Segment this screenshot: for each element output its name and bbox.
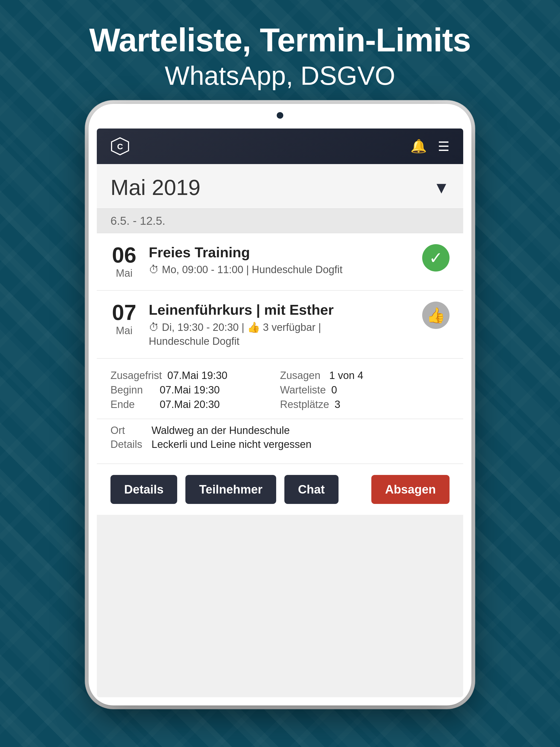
event-location-2: Hundeschule Dogfit (149, 335, 411, 347)
action-buttons-bar: Details Teilnehmer Chat Absagen (97, 464, 463, 515)
header-icons: 🔔 ☰ (410, 138, 450, 154)
event-title-2: Leinenführkurs | mit Esther (149, 302, 411, 318)
filter-icon[interactable]: ▼ (433, 178, 450, 197)
event-time-text-2: Di, 19:30 - 20:30 | 👍 3 verfügbar | (162, 321, 321, 333)
pending-button-2[interactable]: 👍 (422, 302, 450, 329)
ende-value: 07.Mai 20:30 (160, 398, 220, 410)
ort-label: Ort (110, 424, 146, 436)
menu-icon[interactable]: ☰ (438, 138, 450, 154)
event-item-1[interactable]: 06 Mai Freies Training ⏱ Mo, 09:00 - 11:… (97, 233, 463, 291)
event-time-1: ⏱ Mo, 09:00 - 11:00 | Hundeschule Dogfit (149, 264, 411, 276)
page-header: Warteliste, Termin-Limits WhatsApp, DSGV… (0, 22, 560, 91)
ende-label: Ende (110, 398, 154, 410)
app-logo-icon: C (110, 137, 130, 156)
detail-restplaetze: Restplätze 3 (280, 398, 450, 410)
month-header: Mai 2019 ▼ (97, 164, 463, 209)
details-button[interactable]: Details (110, 475, 177, 504)
event-day-2: 07 (110, 302, 138, 324)
restplaetze-value: 3 (335, 398, 340, 410)
event-info-1: Freies Training ⏱ Mo, 09:00 - 11:00 | Hu… (149, 244, 411, 276)
event-extra: Ort Waldweg an der Hundeschule Details L… (97, 419, 463, 464)
event-date-2: 07 Mai (110, 302, 138, 337)
zusagen-value: 1 von 4 (329, 370, 363, 381)
extra-details: Details Leckerli und Leine nicht vergess… (110, 439, 450, 450)
details-value: Leckerli und Leine nicht vergessen (152, 439, 311, 450)
details-grid: Zusagefrist 07.Mai 19:30 Beginn 07.Mai 1… (110, 370, 450, 410)
zusagefrist-value: 07.Mai 19:30 (167, 370, 228, 381)
event-time-2: ⏱ Di, 19:30 - 20:30 | 👍 3 verfügbar | (149, 321, 411, 333)
week-label: 6.5. - 12.5. (97, 209, 463, 233)
week-range: 6.5. - 12.5. (110, 214, 166, 227)
event-info-2: Leinenführkurs | mit Esther ⏱ Di, 19:30 … (149, 302, 411, 347)
details-right: Zusagen 1 von 4 Warteliste 0 Restplätze … (280, 370, 450, 410)
event-month-1: Mai (110, 267, 138, 279)
beginn-value: 07.Mai 19:30 (160, 384, 220, 396)
zusagefrist-label: Zusagefrist (110, 370, 162, 381)
details-left: Zusagefrist 07.Mai 19:30 Beginn 07.Mai 1… (110, 370, 280, 410)
beginn-label: Beginn (110, 384, 154, 396)
event-month-2: Mai (110, 325, 138, 337)
details-label: Details (110, 439, 146, 450)
event-title-1: Freies Training (149, 244, 411, 261)
event-date-1: 06 Mai (110, 244, 138, 279)
zusagen-label: Zusagen (280, 370, 324, 381)
clock-icon-1: ⏱ (149, 264, 159, 276)
checkmark-icon: ✓ (429, 248, 443, 267)
event-item-2[interactable]: 07 Mai Leinenführkurs | mit Esther ⏱ Di,… (97, 291, 463, 359)
tablet-frame: C 🔔 ☰ Mai 2019 ▼ 6.5. - 12.5. 06 Mai Fre… (88, 104, 472, 705)
svg-text:C: C (117, 142, 123, 151)
ort-value: Waldweg an der Hundeschule (152, 424, 290, 436)
notification-icon[interactable]: 🔔 (410, 138, 427, 154)
extra-ort: Ort Waldweg an der Hundeschule (110, 424, 450, 436)
headline-line1: Warteliste, Termin-Limits (0, 22, 560, 58)
detail-ende: Ende 07.Mai 20:30 (110, 398, 280, 410)
detail-zusagefrist: Zusagefrist 07.Mai 19:30 (110, 370, 280, 381)
confirm-button-1[interactable]: ✓ (422, 244, 450, 272)
teilnehmer-button[interactable]: Teilnehmer (185, 475, 276, 504)
event-action-2[interactable]: 👍 (422, 302, 450, 329)
detail-warteliste: Warteliste 0 (280, 384, 450, 396)
restplaetze-label: Restplätze (280, 398, 329, 410)
thumbsup-icon: 👍 (427, 307, 446, 324)
app-header: C 🔔 ☰ (97, 129, 463, 164)
warteliste-label: Warteliste (280, 384, 326, 396)
detail-beginn: Beginn 07.Mai 19:30 (110, 384, 280, 396)
warteliste-value: 0 (331, 384, 337, 396)
headline-line2: WhatsApp, DSGVO (0, 61, 560, 91)
tablet-camera (277, 112, 283, 119)
event-day-1: 06 (110, 244, 138, 266)
event-details: Zusagefrist 07.Mai 19:30 Beginn 07.Mai 1… (97, 359, 463, 419)
chat-button[interactable]: Chat (284, 475, 338, 504)
absagen-button[interactable]: Absagen (371, 475, 450, 504)
month-title: Mai 2019 (110, 175, 200, 200)
clock-icon-2: ⏱ (149, 321, 159, 333)
event-action-1[interactable]: ✓ (422, 244, 450, 272)
event-time-text-1: Mo, 09:00 - 11:00 | Hundeschule Dogfit (162, 264, 342, 276)
tablet-screen: C 🔔 ☰ Mai 2019 ▼ 6.5. - 12.5. 06 Mai Fre… (97, 129, 463, 697)
detail-zusagen: Zusagen 1 von 4 (280, 370, 450, 381)
